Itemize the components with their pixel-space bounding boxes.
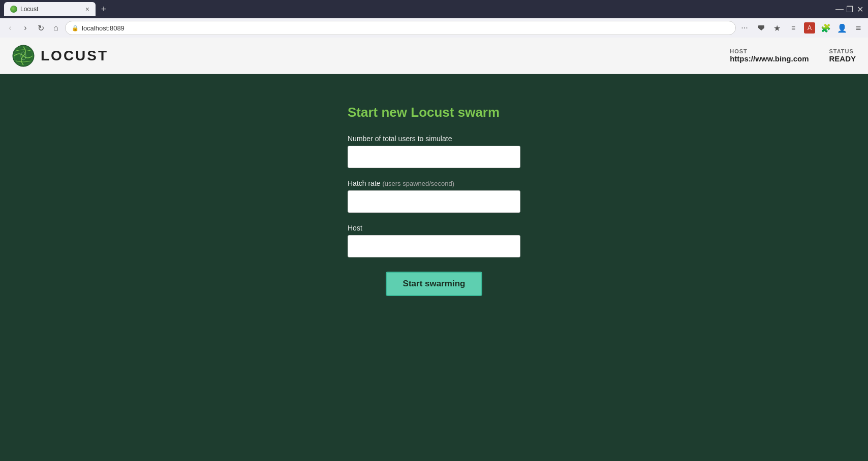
- minimize-button[interactable]: —: [835, 5, 844, 13]
- browser-titlebar: Locust × + — ❐ ✕: [0, 0, 868, 18]
- address-text: localhost:8089: [82, 24, 125, 32]
- security-lock-icon: 🔒: [72, 25, 79, 31]
- hatch-rate-input[interactable]: [348, 190, 520, 213]
- host-input[interactable]: [348, 235, 520, 257]
- host-value: https://www.bing.com: [730, 54, 809, 63]
- logo-container: LOCUST: [12, 45, 108, 67]
- hatch-sublabel: (users spawned/second): [382, 180, 454, 187]
- host-meta: HOST https://www.bing.com: [730, 48, 809, 63]
- status-meta: STATUS READY: [829, 48, 856, 63]
- main-content: Start new Locust swarm Number of total u…: [0, 74, 868, 461]
- users-label: Number of total users to simulate: [348, 135, 520, 143]
- back-button[interactable]: ‹: [4, 22, 16, 34]
- pocket-button[interactable]: [755, 22, 766, 34]
- host-label: HOST: [730, 48, 748, 54]
- locust-logo-icon: [12, 45, 35, 67]
- address-bar[interactable]: 🔒 localhost:8089: [65, 21, 736, 35]
- host-field-group: Host: [348, 224, 520, 257]
- tab-title: Locust: [20, 6, 38, 13]
- menu-button[interactable]: ≡: [853, 22, 864, 34]
- hatch-label: Hatch rate (users spawned/second): [348, 179, 520, 187]
- users-input[interactable]: [348, 146, 520, 168]
- browser-chrome: Locust × + — ❐ ✕ ‹ › ↻ ⌂ 🔒 localhost:808…: [0, 0, 868, 38]
- more-tools-button[interactable]: ···: [739, 22, 750, 34]
- refresh-button[interactable]: ↻: [35, 22, 47, 34]
- app-header: LOCUST HOST https://www.bing.com STATUS …: [0, 38, 868, 74]
- close-button[interactable]: ✕: [856, 5, 864, 13]
- home-button[interactable]: ⌂: [50, 22, 62, 34]
- browser-addressbar: ‹ › ↻ ⌂ 🔒 localhost:8089 ··· ★ ≡ A 🧩 👤 ≡: [0, 18, 868, 38]
- hatch-field-group: Hatch rate (users spawned/second): [348, 179, 520, 213]
- status-label: STATUS: [829, 48, 853, 54]
- start-swarming-button[interactable]: Start swarming: [386, 272, 483, 296]
- app-logo-text: LOCUST: [41, 48, 108, 64]
- forward-button[interactable]: ›: [19, 22, 32, 34]
- status-value: READY: [829, 54, 856, 63]
- new-tab-button[interactable]: +: [98, 3, 110, 15]
- tab-favicon-icon: [10, 6, 17, 13]
- restore-button[interactable]: ❐: [846, 5, 854, 13]
- browser-tab[interactable]: Locust ×: [4, 2, 96, 16]
- addons-button[interactable]: A: [804, 22, 815, 34]
- window-controls: — ❐ ✕: [835, 5, 864, 13]
- reader-view-button[interactable]: ≡: [788, 22, 799, 34]
- browser-toolbar-right: ··· ★ ≡ A 🧩 👤 ≡: [739, 22, 864, 34]
- extensions-button[interactable]: 🧩: [820, 22, 831, 34]
- host-field-label: Host: [348, 224, 520, 232]
- swarm-form: Start new Locust swarm Number of total u…: [348, 105, 520, 296]
- profile-button[interactable]: 👤: [836, 22, 848, 34]
- star-button[interactable]: ★: [771, 22, 783, 34]
- tab-close-button[interactable]: ×: [85, 6, 89, 13]
- header-meta: HOST https://www.bing.com STATUS READY: [730, 48, 856, 63]
- users-field-group: Number of total users to simulate: [348, 135, 520, 168]
- form-title: Start new Locust swarm: [348, 105, 520, 120]
